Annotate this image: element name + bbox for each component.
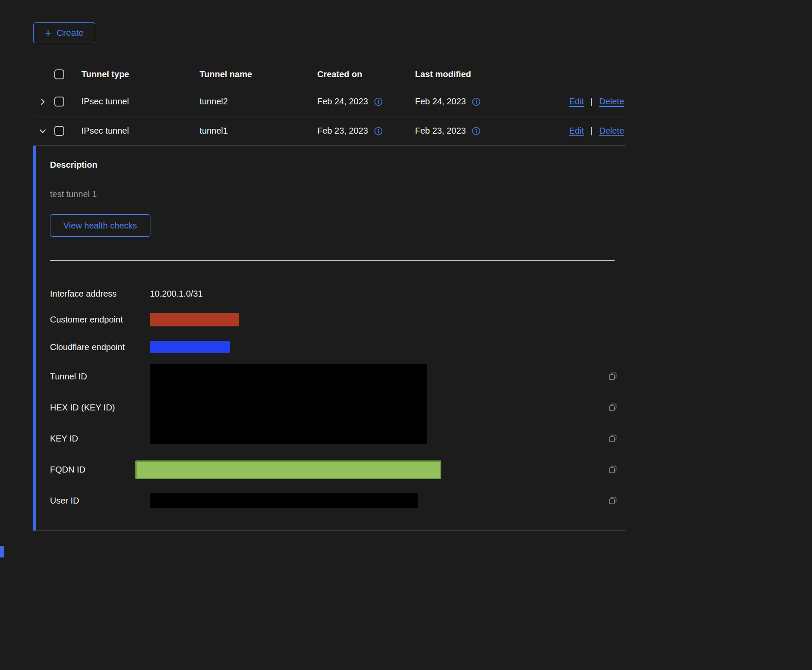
collapse-row-button[interactable] bbox=[37, 125, 49, 137]
row-actions-cell: Edit | Delete bbox=[508, 126, 626, 136]
header-tunnel-name: Tunnel name bbox=[200, 69, 317, 79]
copy-icon bbox=[608, 465, 618, 474]
action-separator: | bbox=[590, 97, 593, 106]
key-id-label: KEY ID bbox=[50, 423, 150, 454]
select-all-checkbox[interactable] bbox=[54, 69, 64, 79]
tunnel-type: IPsec tunnel bbox=[81, 126, 129, 136]
created-on-value: Feb 24, 2023 bbox=[317, 97, 368, 106]
hex-id-copy-cell bbox=[600, 392, 626, 423]
edit-link[interactable]: Edit bbox=[569, 126, 584, 136]
chevron-right-icon bbox=[39, 98, 47, 106]
copy-button[interactable] bbox=[608, 434, 618, 443]
user-id-label: User ID bbox=[50, 485, 150, 516]
edit-link[interactable]: Edit bbox=[569, 97, 584, 106]
key-id-copy-cell bbox=[600, 423, 626, 454]
tunnel-detail-panel: Description test tunnel 1 View health ch… bbox=[33, 146, 626, 531]
view-health-checks-button[interactable]: View health checks bbox=[50, 214, 150, 237]
create-button[interactable]: + Create bbox=[33, 22, 95, 43]
tunnel-type-cell: IPsec tunnel bbox=[81, 126, 200, 136]
chevron-down-icon bbox=[39, 127, 47, 135]
interface-address-label: Interface address bbox=[50, 282, 150, 306]
created-on-cell: Feb 23, 2023 bbox=[317, 126, 415, 136]
delete-link[interactable]: Delete bbox=[599, 97, 624, 106]
table-row-tunnel1: IPsec tunnel tunnel1 Feb 23, 2023 Feb 23… bbox=[33, 116, 626, 146]
created-on-cell: Feb 24, 2023 bbox=[317, 97, 415, 106]
copy-button[interactable] bbox=[608, 403, 618, 412]
tunnel-name-cell: tunnel1 bbox=[200, 126, 317, 136]
customer-endpoint-label: Customer endpoint bbox=[50, 306, 150, 333]
plus-icon: + bbox=[45, 27, 51, 38]
copy-icon bbox=[608, 496, 618, 505]
row-checkbox-cell bbox=[54, 126, 81, 136]
customer-endpoint-cell bbox=[150, 306, 600, 333]
hex-id-label: HEX ID (KEY ID) bbox=[50, 392, 150, 423]
tunnel-name: tunnel1 bbox=[200, 126, 228, 136]
create-button-label: Create bbox=[56, 28, 84, 38]
cloudflare-endpoint-cell bbox=[150, 333, 600, 361]
copy-button[interactable] bbox=[608, 372, 618, 381]
cloudflare-endpoint-redacted-value bbox=[150, 341, 230, 353]
expander-cell bbox=[33, 96, 54, 108]
info-icon[interactable] bbox=[472, 97, 481, 106]
header-tunnel-type: Tunnel type bbox=[81, 69, 200, 79]
info-icon[interactable] bbox=[472, 126, 481, 136]
copy-button[interactable] bbox=[608, 496, 618, 505]
user-id-cell bbox=[150, 485, 600, 516]
ids-redacted-block bbox=[150, 364, 427, 444]
expander-cell bbox=[33, 125, 54, 137]
panel-divider bbox=[50, 260, 615, 261]
fqdn-id-redacted-value bbox=[135, 460, 441, 479]
action-separator: | bbox=[590, 126, 593, 136]
row-actions-cell: Edit | Delete bbox=[508, 97, 626, 106]
fqdn-id-copy-cell bbox=[600, 454, 626, 485]
left-edge-accent bbox=[0, 546, 4, 557]
last-modified-value: Feb 23, 2023 bbox=[415, 126, 466, 136]
interface-address-value: 10.200.1.0/31 bbox=[150, 289, 203, 299]
header-checkbox-cell bbox=[54, 69, 81, 79]
last-modified-value: Feb 24, 2023 bbox=[415, 97, 466, 106]
tunnel-name: tunnel2 bbox=[200, 97, 228, 106]
info-icon[interactable] bbox=[374, 126, 383, 136]
copy-icon bbox=[608, 372, 618, 381]
delete-link[interactable]: Delete bbox=[599, 126, 624, 136]
user-id-redacted-value bbox=[150, 493, 418, 508]
info-icon[interactable] bbox=[374, 97, 383, 106]
last-modified-cell: Feb 23, 2023 bbox=[415, 126, 508, 136]
table-row-tunnel2: IPsec tunnel tunnel2 Feb 24, 2023 Feb 24… bbox=[33, 87, 626, 116]
header-created-on: Created on bbox=[317, 69, 415, 79]
description-label: Description bbox=[50, 160, 615, 170]
user-id-copy-cell bbox=[600, 485, 626, 516]
tunnels-page: + Create Tunnel type Tunnel name Created… bbox=[0, 0, 626, 531]
row-checkbox[interactable] bbox=[54, 97, 64, 106]
created-on-value: Feb 23, 2023 bbox=[317, 126, 368, 136]
expand-row-button[interactable] bbox=[37, 96, 49, 108]
tunnel-fields: Interface address 10.200.1.0/31 Customer… bbox=[50, 282, 626, 516]
tunnel-id-label: Tunnel ID bbox=[50, 361, 150, 392]
tunnel-type-cell: IPsec tunnel bbox=[81, 97, 200, 106]
header-last-modified: Last modified bbox=[415, 69, 508, 79]
description-value: test tunnel 1 bbox=[50, 189, 615, 199]
row-checkbox[interactable] bbox=[54, 126, 64, 136]
last-modified-cell: Feb 24, 2023 bbox=[415, 97, 508, 106]
interface-address-cell: 10.200.1.0/31 bbox=[150, 282, 600, 306]
tunnel-name-cell: tunnel2 bbox=[200, 97, 317, 106]
tunnels-table: Tunnel type Tunnel name Created on Last … bbox=[33, 62, 626, 531]
copy-icon bbox=[608, 434, 618, 443]
copy-button[interactable] bbox=[608, 465, 618, 474]
fqdn-id-cell bbox=[150, 454, 600, 485]
customer-endpoint-redacted-value bbox=[150, 313, 239, 326]
row-checkbox-cell bbox=[54, 97, 81, 106]
tunnel-id-copy-cell bbox=[600, 361, 626, 392]
tunnel-type: IPsec tunnel bbox=[81, 97, 129, 106]
table-header-row: Tunnel type Tunnel name Created on Last … bbox=[33, 62, 626, 87]
copy-icon bbox=[608, 403, 618, 412]
cloudflare-endpoint-label: Cloudflare endpoint bbox=[50, 333, 150, 361]
